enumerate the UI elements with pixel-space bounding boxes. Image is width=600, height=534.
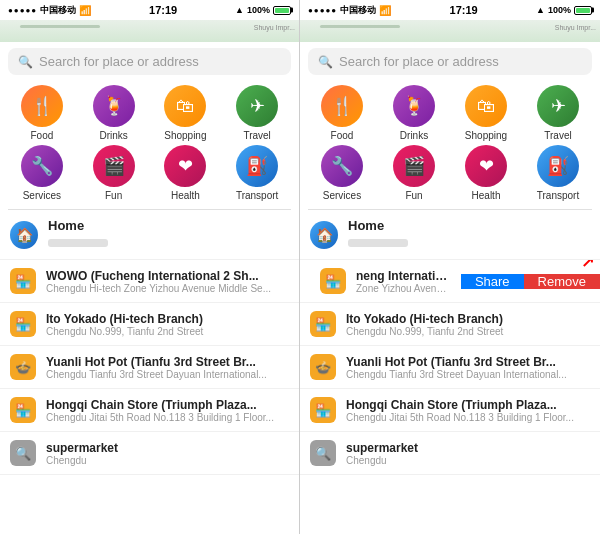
place-icon-1-left: 🏪	[10, 311, 36, 337]
place-name-3-left: Hongqi Chain Store (Triumph Plaza...	[46, 398, 289, 412]
place-item-2-left[interactable]: 🍲 Yuanli Hot Pot (Tianfu 3rd Street Br..…	[0, 346, 299, 389]
cat-fun-icon-left: 🎬	[93, 145, 135, 187]
cat-services-right[interactable]: 🔧 Services	[308, 145, 376, 201]
cat-travel-label-right: Travel	[544, 130, 571, 141]
cat-drinks-right[interactable]: 🍹 Drinks	[380, 85, 448, 141]
cat-drinks-icon-left: 🍹	[93, 85, 135, 127]
place-item-1-right[interactable]: 🏪 Ito Yokado (Hi-tech Branch) Chengdu No…	[300, 303, 600, 346]
cat-shopping-icon-right: 🛍	[465, 85, 507, 127]
place-addr-4-left: Chengdu	[46, 455, 289, 466]
place-item-3-left[interactable]: 🏪 Hongqi Chain Store (Triumph Plaza... C…	[0, 389, 299, 432]
cat-drinks-icon-right: 🍹	[393, 85, 435, 127]
cat-travel-icon-right: ✈	[537, 85, 579, 127]
place-item-3-right[interactable]: 🏪 Hongqi Chain Store (Triumph Plaza... C…	[300, 389, 600, 432]
place-icon-4-left: 🔍	[10, 440, 36, 466]
place-name-2-right: Yuanli Hot Pot (Tianfu 3rd Street Br...	[346, 355, 590, 369]
cat-fun-left[interactable]: 🎬 Fun	[80, 145, 148, 201]
place-text-1-left: Ito Yokado (Hi-tech Branch) Chengdu No.9…	[46, 312, 289, 337]
cat-transport-right[interactable]: ⛽ Transport	[524, 145, 592, 201]
place-addr-1-right: Chengdu No.999, Tianfu 2nd Street	[346, 326, 590, 337]
place-list-right: 🏪 neng International 2 Sh... Zone Yizhou…	[300, 260, 600, 534]
home-text-left: Home	[48, 218, 289, 251]
place-item-4-right[interactable]: 🔍 supermarket Chengdu	[300, 432, 600, 475]
place-icon-3-right: 🏪	[310, 397, 336, 423]
status-right-right: ▲ 100%	[536, 5, 592, 15]
battery-fill-left	[275, 8, 289, 13]
place-text-0-right: neng International 2 Sh... Zone Yizhou A…	[356, 269, 451, 294]
share-button[interactable]: Share	[461, 274, 524, 289]
cat-health-icon-left: ❤	[164, 145, 206, 187]
cat-transport-left[interactable]: ⛽ Transport	[223, 145, 291, 201]
cat-food-right[interactable]: 🍴 Food	[308, 85, 376, 141]
search-icon-left: 🔍	[18, 55, 33, 69]
battery-fill-right	[576, 8, 590, 13]
cat-food-label-right: Food	[331, 130, 354, 141]
place-addr-0-right: Zone Yizhou Avenue Middle Se...	[356, 283, 451, 294]
battery-pct-left: 100%	[247, 5, 270, 15]
cat-health-right[interactable]: ❤ Health	[452, 145, 520, 201]
cat-health-label-right: Health	[472, 190, 501, 201]
place-item-4-left[interactable]: 🔍 supermarket Chengdu	[0, 432, 299, 475]
cat-travel-left[interactable]: ✈ Travel	[223, 85, 291, 141]
cat-food-label-left: Food	[30, 130, 53, 141]
cat-drinks-left[interactable]: 🍹 Drinks	[80, 85, 148, 141]
cat-fun-right[interactable]: 🎬 Fun	[380, 145, 448, 201]
cat-services-label-right: Services	[323, 190, 361, 201]
left-panel: ●●●●● 中国移动 📶 17:19 ▲ 100% Shuyu Impr... …	[0, 0, 300, 534]
place-item-1-left[interactable]: 🏪 Ito Yokado (Hi-tech Branch) Chengdu No…	[0, 303, 299, 346]
time-left: 17:19	[149, 4, 177, 16]
home-name-right: Home	[348, 218, 590, 233]
place-item-0-left[interactable]: 🏪 WOWO (Fucheng International 2 Sh... Ch…	[0, 260, 299, 303]
status-right-left: ▲ 100%	[235, 5, 291, 15]
place-item-2-right[interactable]: 🍲 Yuanli Hot Pot (Tianfu 3rd Street Br..…	[300, 346, 600, 389]
place-addr-4-right: Chengdu	[346, 455, 590, 466]
cat-shopping-left[interactable]: 🛍 Shopping	[152, 85, 220, 141]
home-item-left[interactable]: 🏠 Home	[0, 210, 299, 260]
cat-travel-right[interactable]: ✈ Travel	[524, 85, 592, 141]
map-watermark-right: Shuyu Impr...	[555, 24, 596, 31]
home-icon-right: 🏠	[310, 221, 338, 249]
search-text-right: Search for place or address	[339, 54, 499, 69]
home-sub-right	[348, 239, 408, 247]
cat-food-left[interactable]: 🍴 Food	[8, 85, 76, 141]
wifi-icon-left: 📶	[79, 5, 91, 16]
place-icon-2-left: 🍲	[10, 354, 36, 380]
place-addr-2-right: Chengdu Tianfu 3rd Street Dayuan Interna…	[346, 369, 590, 380]
place-item-0-right[interactable]: 🏪 neng International 2 Sh... Zone Yizhou…	[300, 260, 600, 303]
place-icon-4-right: 🔍	[310, 440, 336, 466]
cat-travel-icon-left: ✈	[236, 85, 278, 127]
status-left: ●●●●● 中国移动 📶	[8, 4, 91, 17]
cat-shopping-label-left: Shopping	[164, 130, 206, 141]
home-item-right[interactable]: 🏠 Home	[300, 210, 600, 260]
status-bar-right: ●●●●● 中国移动 📶 17:19 ▲ 100%	[300, 0, 600, 20]
place-addr-3-right: Chengdu Jitai 5th Road No.118 3 Building…	[346, 412, 590, 423]
remove-button[interactable]: Remove	[524, 274, 600, 289]
cat-transport-icon-left: ⛽	[236, 145, 278, 187]
cat-transport-icon-right: ⛽	[537, 145, 579, 187]
map-left: Shuyu Impr...	[0, 20, 299, 42]
place-text-3-right: Hongqi Chain Store (Triumph Plaza... Che…	[346, 398, 590, 423]
arrow-icon-right: ▲	[536, 5, 545, 15]
home-name-left: Home	[48, 218, 289, 233]
cat-food-icon-right: 🍴	[321, 85, 363, 127]
cat-fun-icon-right: 🎬	[393, 145, 435, 187]
arrow-icon-left: ▲	[235, 5, 244, 15]
carrier-left: 中国移动	[40, 4, 76, 17]
search-bar-left[interactable]: 🔍 Search for place or address	[8, 48, 291, 75]
place-text-0-left: WOWO (Fucheng International 2 Sh... Chen…	[46, 269, 289, 294]
search-bar-right[interactable]: 🔍 Search for place or address	[308, 48, 592, 75]
cat-food-icon-left: 🍴	[21, 85, 63, 127]
cat-services-left[interactable]: 🔧 Services	[8, 145, 76, 201]
place-name-2-left: Yuanli Hot Pot (Tianfu 3rd Street Br...	[46, 355, 289, 369]
wifi-icon-right: 📶	[379, 5, 391, 16]
battery-icon-left	[273, 6, 291, 15]
cat-health-left[interactable]: ❤ Health	[152, 145, 220, 201]
time-right: 17:19	[450, 4, 478, 16]
map-watermark-left: Shuyu Impr...	[254, 24, 295, 31]
place-name-4-left: supermarket	[46, 441, 289, 455]
place-name-1-right: Ito Yokado (Hi-tech Branch)	[346, 312, 590, 326]
cat-travel-label-left: Travel	[243, 130, 270, 141]
cat-shopping-right[interactable]: 🛍 Shopping	[452, 85, 520, 141]
search-text-left: Search for place or address	[39, 54, 199, 69]
cat-fun-label-right: Fun	[405, 190, 422, 201]
